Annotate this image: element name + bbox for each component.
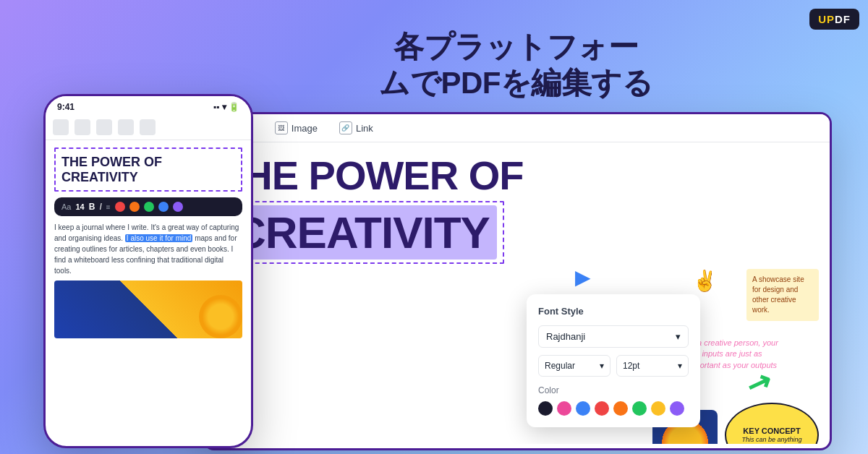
font-style-row: Regular ▾ 12pt ▾ xyxy=(538,355,689,377)
phone-body-text: I keep a journal where I write. It's a g… xyxy=(54,222,242,276)
color-swatches xyxy=(538,401,689,416)
logo-df: DF xyxy=(835,13,851,25)
color-blue xyxy=(158,202,169,212)
toolbar-icon-home xyxy=(53,119,69,135)
phone-toolbar xyxy=(46,115,251,140)
style-value: Regular xyxy=(545,361,575,371)
logo-up: UP xyxy=(818,13,835,25)
size-chevron: ▾ xyxy=(678,361,682,371)
swatch-blue[interactable] xyxy=(576,401,590,416)
swatch-black[interactable] xyxy=(538,401,553,416)
swatch-red[interactable] xyxy=(595,401,609,416)
header-line1: 各プラットフォー xyxy=(379,29,652,65)
peace-emoji: ✌️ xyxy=(692,269,718,293)
toolbar-icon-share xyxy=(118,119,134,135)
creativity-selection: CREATIVITY xyxy=(219,201,504,264)
phone-content: THE POWER OF CREATIVITY Aa 14 B I ≡ I ke… xyxy=(46,140,251,346)
font-name-select[interactable]: Rajdhanji ▾ xyxy=(538,325,689,348)
swatch-purple[interactable] xyxy=(670,401,684,416)
tablet-toolbar: T Text 🖼 Image 🔗 Link xyxy=(205,114,830,142)
phone-format-bar: Aa 14 B I ≡ xyxy=(54,197,242,216)
tablet-content: THE POWER OF CREATIVITY ▶ Font Style Raj… xyxy=(205,142,830,444)
color-red xyxy=(115,202,125,212)
phone-title-box: THE POWER OF CREATIVITY xyxy=(54,147,242,192)
tablet-mockup: T Text 🖼 Image 🔗 Link THE POWER OF CREAT… xyxy=(203,112,832,450)
swatch-yellow[interactable] xyxy=(651,401,665,416)
link-tool-label: Link xyxy=(356,123,373,134)
style-chevron: ▾ xyxy=(600,361,604,371)
phone-title: THE POWER OF CREATIVITY xyxy=(61,155,235,184)
link-tool-icon: 🔗 xyxy=(339,121,352,134)
key-concept-label: KEY CONCEPT xyxy=(743,426,800,436)
phone-sunflower-image xyxy=(54,280,242,338)
phone-time: 9:41 xyxy=(57,102,75,112)
size-value: 12pt xyxy=(623,361,639,371)
toolbar-icon-edit xyxy=(75,119,90,135)
image-tool-label: Image xyxy=(292,123,318,134)
phone-status-bar: 9:41 ▪▪ ▾ 🔋 xyxy=(46,96,251,115)
font-name-value: Rajdhanji xyxy=(546,331,585,342)
tablet-creativity-word: CREATIVITY xyxy=(226,205,497,260)
font-name-chevron: ▾ xyxy=(676,331,681,342)
format-bold: B xyxy=(89,202,95,212)
style-select[interactable]: Regular ▾ xyxy=(538,355,610,377)
sunflower-circle xyxy=(199,295,242,338)
highlighted-text: I also use it for mind xyxy=(125,234,192,242)
color-purple xyxy=(173,202,183,212)
color-orange xyxy=(129,202,140,212)
toolbar-icon-more xyxy=(140,119,156,135)
tool-link[interactable]: 🔗 Link xyxy=(339,121,373,134)
phone-icons: ▪▪ ▾ 🔋 xyxy=(213,102,239,112)
size-select[interactable]: 12pt ▾ xyxy=(616,355,689,377)
key-concept-sub: This can be anything xyxy=(741,436,801,444)
header-text: 各プラットフォー ムでPDFを編集する xyxy=(379,29,652,102)
format-italic: I xyxy=(99,202,101,212)
color-section-label: Color xyxy=(538,385,689,395)
toolbar-icon-select xyxy=(96,119,112,135)
swatch-green[interactable] xyxy=(632,401,647,416)
key-concept-badge: KEY CONCEPT This can be anything xyxy=(725,403,819,444)
yellow-note: A showcase site for design and other cre… xyxy=(746,269,819,321)
cursor-arrow: ▶ xyxy=(575,265,591,289)
format-aa: Aa xyxy=(61,202,71,211)
tool-image[interactable]: 🖼 Image xyxy=(275,121,318,134)
phone-mockup: 9:41 ▪▪ ▾ 🔋 THE POWER OF CREATIVITY Aa 1… xyxy=(43,94,253,448)
swatch-pink[interactable] xyxy=(557,401,571,416)
format-size: 14 xyxy=(75,202,84,211)
tablet-main-title: THE POWER OF xyxy=(219,153,815,198)
image-tool-icon: 🖼 xyxy=(275,121,288,134)
updf-logo: UPDF xyxy=(809,9,859,30)
header-line2: ムでPDFを編集する xyxy=(379,65,652,101)
format-lines: ≡ xyxy=(106,203,111,211)
font-style-popup: Font Style Rajdhanji ▾ Regular ▾ 12pt ▾ … xyxy=(527,294,700,427)
swatch-orange[interactable] xyxy=(613,401,628,416)
color-green xyxy=(144,202,154,212)
font-popup-title: Font Style xyxy=(538,306,689,317)
